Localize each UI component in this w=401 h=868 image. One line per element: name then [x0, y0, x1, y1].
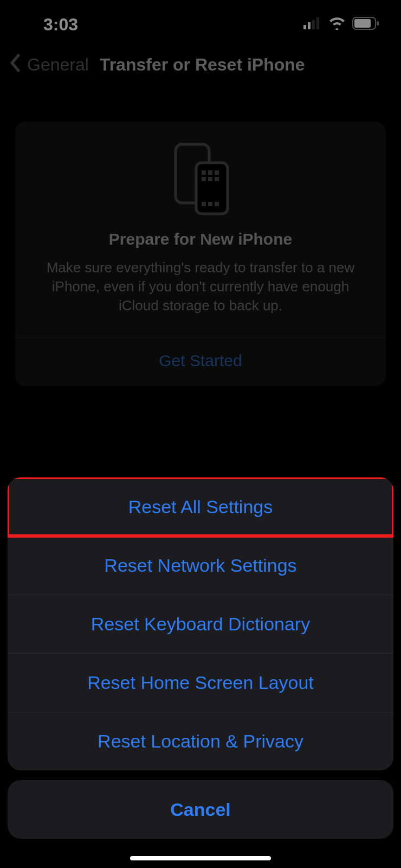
reset-all-settings-button[interactable]: Reset All Settings — [8, 477, 393, 536]
battery-icon — [352, 17, 379, 32]
wifi-icon — [328, 17, 346, 32]
reset-keyboard-dictionary-button[interactable]: Reset Keyboard Dictionary — [8, 595, 393, 653]
devices-icon — [30, 141, 371, 217]
svg-rect-15 — [202, 202, 206, 206]
svg-rect-16 — [208, 202, 212, 206]
svg-rect-5 — [354, 19, 371, 28]
action-sheet: Reset All Settings Reset Network Setting… — [8, 477, 393, 839]
svg-rect-14 — [215, 177, 219, 181]
svg-rect-3 — [316, 17, 319, 29]
svg-rect-10 — [208, 170, 212, 175]
page-title: Transfer or Reset iPhone — [100, 55, 305, 75]
svg-rect-2 — [312, 20, 315, 29]
svg-rect-9 — [202, 170, 206, 175]
svg-rect-12 — [202, 177, 206, 181]
get-started-button[interactable]: Get Started — [30, 337, 371, 386]
action-sheet-group: Reset All Settings Reset Network Setting… — [8, 477, 393, 770]
cancel-button[interactable]: Cancel — [8, 780, 393, 839]
svg-rect-1 — [308, 22, 311, 29]
svg-rect-6 — [377, 21, 379, 25]
svg-rect-11 — [215, 170, 219, 175]
prepare-title: Prepare for New iPhone — [30, 230, 371, 248]
cellular-icon — [303, 17, 322, 31]
prepare-card: Prepare for New iPhone Make sure everyth… — [15, 122, 386, 386]
home-indicator[interactable] — [130, 856, 271, 860]
nav-bar: General Transfer or Reset iPhone — [0, 49, 401, 89]
status-icons — [303, 17, 379, 32]
prepare-description: Make sure everything's ready to transfer… — [30, 258, 371, 315]
chevron-left-icon[interactable] — [9, 53, 21, 76]
reset-network-settings-button[interactable]: Reset Network Settings — [8, 536, 393, 595]
svg-rect-13 — [208, 177, 212, 181]
svg-rect-0 — [303, 25, 306, 29]
back-button-label[interactable]: General — [27, 55, 89, 75]
status-time: 3:03 — [43, 15, 78, 35]
reset-location-privacy-button[interactable]: Reset Location & Privacy — [8, 712, 393, 770]
svg-rect-17 — [215, 202, 219, 206]
status-bar: 3:03 — [0, 0, 401, 49]
reset-home-screen-layout-button[interactable]: Reset Home Screen Layout — [8, 653, 393, 712]
